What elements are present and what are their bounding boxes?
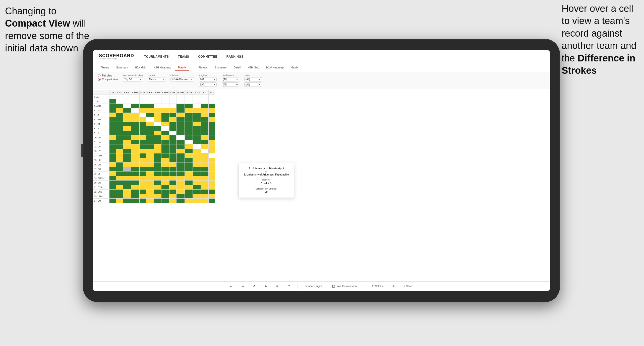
matrix-cell[interactable] (176, 122, 185, 126)
matrix-cell[interactable] (116, 185, 123, 190)
matrix-cell[interactable] (146, 122, 154, 126)
matrix-cell[interactable] (123, 144, 131, 149)
matrix-cell[interactable] (131, 131, 139, 135)
matrix-cell[interactable] (131, 194, 139, 199)
matrix-cell[interactable] (201, 108, 208, 113)
matrix-cell[interactable] (146, 171, 154, 176)
matrix-cell[interactable] (109, 199, 116, 203)
matrix-cell[interactable] (131, 199, 139, 203)
redo-button[interactable]: ↪ (239, 284, 246, 289)
matrix-cell[interactable] (109, 185, 116, 190)
matrix-cell[interactable] (176, 162, 185, 167)
matrix-cell[interactable] (109, 176, 116, 181)
matrix-cell[interactable] (169, 158, 176, 162)
matrix-cell[interactable] (185, 122, 193, 126)
matrix-cell[interactable] (116, 126, 123, 131)
matrix-cell[interactable] (154, 162, 161, 167)
matrix-cell[interactable] (201, 140, 208, 144)
nav-committee[interactable]: COMMITTEE (198, 54, 217, 59)
matrix-cell[interactable] (116, 144, 123, 149)
matrix-cell[interactable] (169, 117, 176, 122)
matrix-cell[interactable] (139, 171, 146, 176)
matrix-cell[interactable] (131, 158, 139, 162)
matrix-cell[interactable] (146, 199, 154, 203)
matrix-cell[interactable] (201, 99, 208, 104)
matrix-cell[interactable] (185, 181, 193, 185)
matrix-cell[interactable] (185, 117, 193, 122)
matrix-cell[interactable] (161, 113, 169, 117)
matrix-cell[interactable] (201, 176, 208, 181)
matrix-cell[interactable] (154, 99, 161, 104)
matrix-cell[interactable] (208, 158, 215, 162)
matrix-cell[interactable] (208, 167, 215, 171)
nav-tournaments[interactable]: TOURNAMENTS (144, 54, 169, 59)
matrix-cell[interactable] (185, 162, 193, 167)
matrix-cell[interactable] (116, 149, 123, 153)
matrix-cell[interactable] (161, 199, 169, 203)
matrix-cell[interactable] (193, 104, 201, 108)
matrix-cell[interactable] (123, 99, 131, 104)
matrix-cell[interactable] (161, 190, 169, 194)
matrix-cell[interactable] (201, 185, 208, 190)
matrix-cell[interactable] (201, 153, 208, 158)
matrix-cell[interactable] (208, 153, 215, 158)
tab-matrix1[interactable]: Matrix (175, 64, 189, 71)
matrix-cell[interactable] (131, 140, 139, 144)
matrix-cell[interactable] (123, 104, 131, 108)
full-view-radio[interactable] (98, 74, 101, 77)
matrix-cell[interactable] (208, 185, 215, 190)
matrix-cell[interactable] (154, 149, 161, 153)
matrix-cell[interactable] (131, 135, 139, 140)
matrix-cell[interactable] (139, 181, 146, 185)
matrix-cell[interactable] (201, 113, 208, 117)
matrix-cell[interactable] (185, 126, 193, 131)
matrix-cell[interactable] (208, 99, 215, 104)
matrix-cell[interactable] (146, 140, 154, 144)
matrix-cell[interactable] (139, 185, 146, 190)
matrix-cell[interactable] (139, 95, 146, 99)
matrix-cell[interactable] (123, 95, 131, 99)
matrix-cell[interactable] (146, 162, 154, 167)
matrix-cell[interactable] (185, 185, 193, 190)
compact-view-radio[interactable] (98, 78, 101, 81)
matrix-cell[interactable] (116, 95, 123, 99)
matrix-cell[interactable] (169, 153, 176, 158)
matrix-cell[interactable] (201, 158, 208, 162)
matrix-cell[interactable] (123, 153, 131, 158)
matrix-cell[interactable] (208, 181, 215, 185)
matrix-cell[interactable] (208, 171, 215, 176)
tab-h2h-grid2[interactable]: H2H Grid (245, 64, 262, 71)
matrix-cell[interactable] (146, 190, 154, 194)
undo-button[interactable]: ↩ (228, 284, 234, 289)
matrix-cell[interactable] (185, 158, 193, 162)
matrix-cell[interactable] (193, 126, 201, 131)
matrix-cell[interactable] (193, 190, 201, 194)
matrix-cell[interactable] (123, 194, 131, 199)
matrix-cell[interactable] (161, 95, 169, 99)
matrix-cell[interactable] (201, 162, 208, 167)
matrix-cell[interactable] (154, 194, 161, 199)
matrix-cell[interactable] (208, 144, 215, 149)
matrix-cell[interactable] (154, 113, 161, 117)
matrix-cell[interactable] (123, 167, 131, 171)
matrix-cell[interactable] (161, 149, 169, 153)
matrix-cell[interactable] (201, 171, 208, 176)
matrix-cell[interactable] (146, 99, 154, 104)
matrix-cell[interactable] (169, 126, 176, 131)
matrix-cell[interactable] (139, 167, 146, 171)
matrix-cell[interactable] (131, 122, 139, 126)
matrix-cell[interactable] (139, 199, 146, 203)
matrix-cell[interactable] (109, 153, 116, 158)
matrix-cell[interactable] (154, 153, 161, 158)
matrix-cell[interactable] (109, 149, 116, 153)
matrix-cell[interactable] (109, 95, 116, 99)
matrix-cell[interactable] (161, 171, 169, 176)
matrix-cell[interactable] (109, 167, 116, 171)
matrix-cell[interactable] (201, 126, 208, 131)
reset-button[interactable]: ↺ (251, 284, 257, 289)
matrix-cell[interactable] (176, 126, 185, 131)
matrix-cell[interactable] (176, 190, 185, 194)
matrix-cell[interactable] (139, 108, 146, 113)
matrix-cell[interactable] (176, 108, 185, 113)
matrix-cell[interactable] (154, 122, 161, 126)
